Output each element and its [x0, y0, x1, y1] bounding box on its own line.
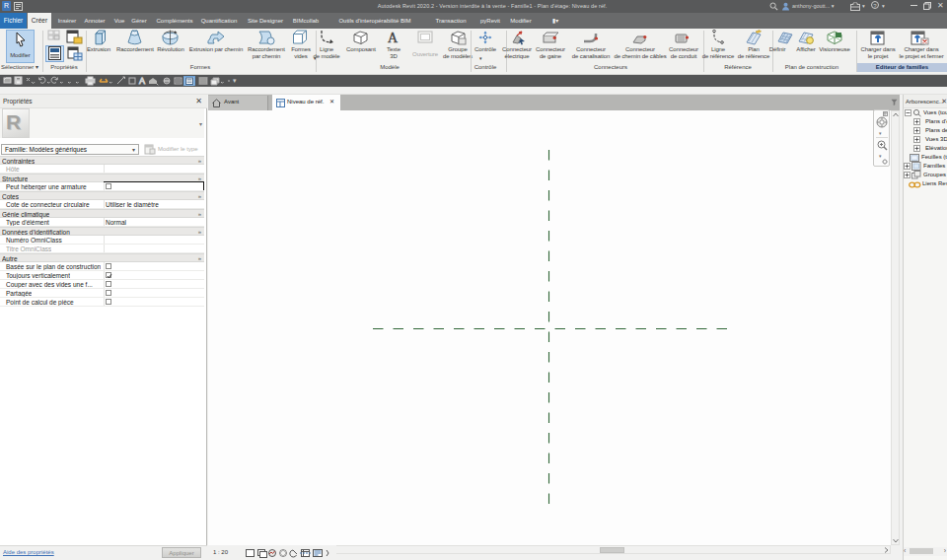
svg-text:A: A — [388, 31, 399, 45]
svg-text:A: A — [139, 76, 145, 86]
